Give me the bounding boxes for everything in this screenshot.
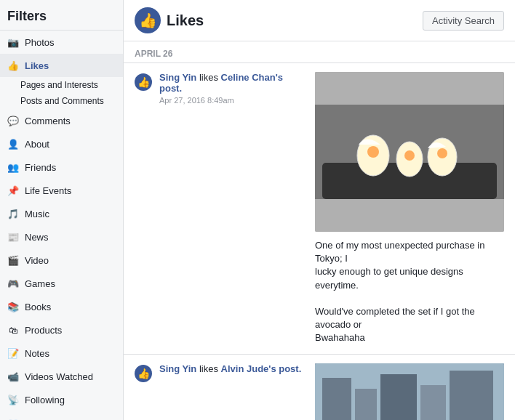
sidebar-item-comments[interactable]: 💬 Comments xyxy=(0,109,123,132)
feed-item-1-caption-line1: One of my most unexpected purchase in To… xyxy=(315,239,497,265)
date-section: APRIL 26 xyxy=(124,41,515,63)
feed-item-1-image xyxy=(315,72,504,232)
groups-icon: 👥 xyxy=(6,416,20,420)
activity-search-button[interactable]: Activity Search xyxy=(423,11,504,31)
main-content-area: 👍 Likes Activity Search APRIL 26 👍 Sing … xyxy=(124,0,515,420)
svg-point-8 xyxy=(437,148,447,158)
feed-item-2-action: likes xyxy=(199,363,218,374)
videos-watched-icon: 📹 xyxy=(6,369,20,384)
music-icon: 🎵 xyxy=(6,206,20,221)
sidebar: Filters 📷 Photos 👍 Likes Pages and Inter… xyxy=(0,0,124,420)
feed-item-1-body: Sing Yin likes Celine Chan's post. Apr 2… xyxy=(159,72,308,105)
sidebar-item-video[interactable]: 🎬 Video xyxy=(0,249,123,272)
sidebar-item-videos-watched[interactable]: 📹 Videos Watched xyxy=(0,365,123,388)
sidebar-item-label: About xyxy=(25,139,49,150)
svg-point-6 xyxy=(404,150,415,161)
comments-icon: 💬 xyxy=(6,113,20,128)
photo-icon: 📷 xyxy=(6,35,20,49)
sidebar-item-notes[interactable]: 📝 Notes xyxy=(0,342,123,365)
svg-rect-13 xyxy=(380,374,417,421)
sidebar-item-pages-interests[interactable]: Pages and Interests xyxy=(0,77,123,93)
svg-point-4 xyxy=(367,146,379,158)
sidebar-item-label: Video xyxy=(25,255,49,266)
feed-item-2: 👍 Sing Yin likes Alvin Jude's post. xyxy=(124,355,515,421)
feed-item-1-caption-line2: lucky enough to get unique designs every… xyxy=(315,265,497,291)
sidebar-item-friends[interactable]: 👥 Friends xyxy=(0,156,123,179)
sidebar-item-groups[interactable]: 👥 Groups xyxy=(0,411,123,420)
sidebar-item-life-events[interactable]: 📌 Life Events xyxy=(0,179,123,202)
feed-item-1-caption-line4: Would've completed the set if I got the … xyxy=(315,305,497,331)
life-events-icon: 📌 xyxy=(6,183,20,198)
sidebar-item-games[interactable]: 🎮 Games xyxy=(0,272,123,295)
feed-item-2-text: Sing Yin likes Alvin Jude's post. xyxy=(159,363,308,374)
notes-icon: 📝 xyxy=(6,346,20,360)
like-icon: 👍 xyxy=(6,58,20,73)
feed-item-1-img-placeholder xyxy=(315,72,504,232)
sidebar-item-label: Groups xyxy=(25,418,56,421)
sidebar-item-label: Products xyxy=(25,325,62,336)
main-header: 👍 Likes Activity Search xyxy=(124,0,515,41)
feed-item-1-text: Sing Yin likes Celine Chan's post. xyxy=(159,72,308,94)
feed-item-1-time: Apr 27, 2016 8:49am xyxy=(159,96,308,105)
svg-rect-12 xyxy=(355,389,377,421)
sidebar-item-news[interactable]: 📰 News xyxy=(0,225,123,249)
sidebar-item-products[interactable]: 🛍 Products xyxy=(0,318,123,342)
page-title: Likes xyxy=(167,12,204,29)
sidebar-subitem-label: Pages and Interests xyxy=(20,80,98,90)
sidebar-item-label: Following xyxy=(25,395,65,405)
about-icon: 👤 xyxy=(6,137,20,151)
feed-content: APRIL 26 👍 Sing Yin likes Celine Chan's … xyxy=(124,41,515,420)
sidebar-item-label: News xyxy=(25,232,49,243)
sidebar-item-label: Photos xyxy=(25,37,54,48)
likes-header-icon: 👍 xyxy=(135,7,161,33)
svg-rect-11 xyxy=(322,378,351,421)
games-icon: 🎮 xyxy=(6,276,20,291)
bus-svg xyxy=(315,363,504,421)
sidebar-item-music[interactable]: 🎵 Music xyxy=(0,202,123,225)
feed-item-1-right: One of my most unexpected purchase in To… xyxy=(315,72,504,345)
sidebar-item-books[interactable]: 📚 Books xyxy=(0,295,123,318)
sidebar-item-label: Notes xyxy=(25,348,49,359)
sidebar-item-label: Books xyxy=(25,302,51,312)
feed-item-1-caption: One of my most unexpected purchase in To… xyxy=(315,239,497,345)
sidebar-item-label: Likes xyxy=(25,60,49,71)
feed-item-1-user-link[interactable]: Sing Yin xyxy=(159,72,196,83)
svg-rect-14 xyxy=(420,385,446,421)
feed-item-2-right: Rode a self-driving "bus" today and live… xyxy=(315,363,504,421)
products-icon: 🛍 xyxy=(6,323,20,337)
sidebar-item-about[interactable]: 👤 About xyxy=(0,132,123,156)
books-icon: 📚 xyxy=(6,299,20,314)
sidebar-item-label: Comments xyxy=(25,116,71,126)
sidebar-item-label: Music xyxy=(25,209,49,219)
svg-rect-15 xyxy=(450,371,493,421)
feed-item-2-user-link[interactable]: Sing Yin xyxy=(159,363,196,374)
friends-icon: 👥 xyxy=(6,160,20,174)
header-left: 👍 Likes xyxy=(135,7,204,33)
sidebar-item-label: Videos Watched xyxy=(25,371,93,382)
like-badge-icon: 👍 xyxy=(135,73,152,91)
feed-item-2-target-link[interactable]: Alvin Jude's post. xyxy=(221,363,302,374)
egg-toys-svg xyxy=(315,105,504,199)
sidebar-item-following[interactable]: 📡 Following xyxy=(0,388,123,411)
feed-item-1: 👍 Sing Yin likes Celine Chan's post. Apr… xyxy=(124,63,515,355)
feed-item-2-icon: 👍 xyxy=(135,365,152,382)
like-badge-icon-2: 👍 xyxy=(135,365,152,382)
sidebar-item-label: Friends xyxy=(25,162,56,173)
sidebar-item-posts-comments[interactable]: Posts and Comments xyxy=(0,93,123,109)
feed-item-2-body: Sing Yin likes Alvin Jude's post. xyxy=(159,363,308,376)
sidebar-header: Filters xyxy=(0,0,123,31)
following-icon: 📡 xyxy=(6,392,20,407)
news-icon: 📰 xyxy=(6,230,20,244)
feed-item-1-icon: 👍 xyxy=(135,73,152,91)
sidebar-subitem-label: Posts and Comments xyxy=(20,96,104,106)
sidebar-item-likes[interactable]: 👍 Likes xyxy=(0,54,123,77)
sidebar-item-label: Games xyxy=(25,278,55,289)
sidebar-item-label: Life Events xyxy=(25,185,71,196)
sidebar-item-photos[interactable]: 📷 Photos xyxy=(0,31,123,54)
feed-item-2-image xyxy=(315,363,504,421)
feed-item-1-caption-line5: Bwahahaha xyxy=(315,331,497,344)
video-icon: 🎬 xyxy=(6,253,20,267)
feed-item-1-action: likes xyxy=(199,72,218,83)
